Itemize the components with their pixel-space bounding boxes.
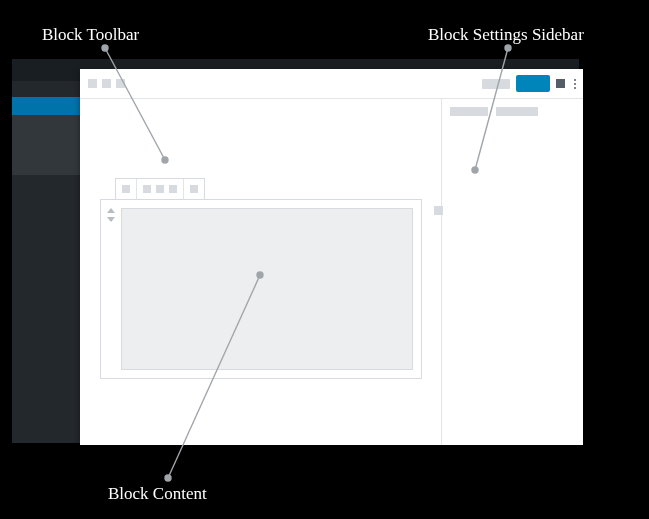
publish-button[interactable] [516, 75, 550, 92]
block-type-icon[interactable] [122, 185, 130, 193]
redo-icon[interactable] [116, 79, 125, 88]
block-more-icon[interactable] [190, 185, 198, 193]
editor-top-toolbar [80, 69, 583, 99]
align-left-icon[interactable] [143, 185, 151, 193]
more-menu-icon[interactable] [574, 79, 577, 89]
tab-document[interactable] [450, 107, 488, 116]
label-block-content: Block Content [108, 484, 207, 504]
undo-icon[interactable] [102, 79, 111, 88]
block-settings-sidebar [441, 99, 583, 445]
align-center-icon[interactable] [156, 185, 164, 193]
selected-block[interactable] [100, 199, 422, 379]
sidebar-tabs [450, 107, 538, 116]
block-toolbar-group-align [137, 179, 184, 199]
settings-toggle-icon[interactable] [556, 79, 565, 88]
block-mover-handle[interactable] [105, 208, 117, 222]
add-block-icon[interactable] [88, 79, 97, 88]
block-toolbar [115, 178, 205, 200]
admin-menu-active [12, 97, 80, 115]
block-content-area[interactable] [121, 208, 413, 370]
svg-point-4 [505, 45, 511, 51]
admin-submenu [12, 115, 80, 175]
toolbar-right-group [482, 75, 577, 92]
svg-point-1 [102, 45, 108, 51]
save-status-pill [482, 79, 510, 89]
block-toolbar-group-type [116, 179, 137, 199]
block-toolbar-group-more [184, 179, 204, 199]
toolbar-left-group [88, 79, 125, 88]
editor-canvas [80, 99, 441, 445]
label-block-settings-sidebar: Block Settings Sidebar [428, 25, 584, 45]
svg-point-7 [165, 475, 171, 481]
label-block-toolbar: Block Toolbar [42, 25, 139, 45]
editor-window [80, 69, 583, 445]
tab-block[interactable] [496, 107, 538, 116]
block-inserter-icon[interactable] [434, 206, 443, 215]
align-right-icon[interactable] [169, 185, 177, 193]
